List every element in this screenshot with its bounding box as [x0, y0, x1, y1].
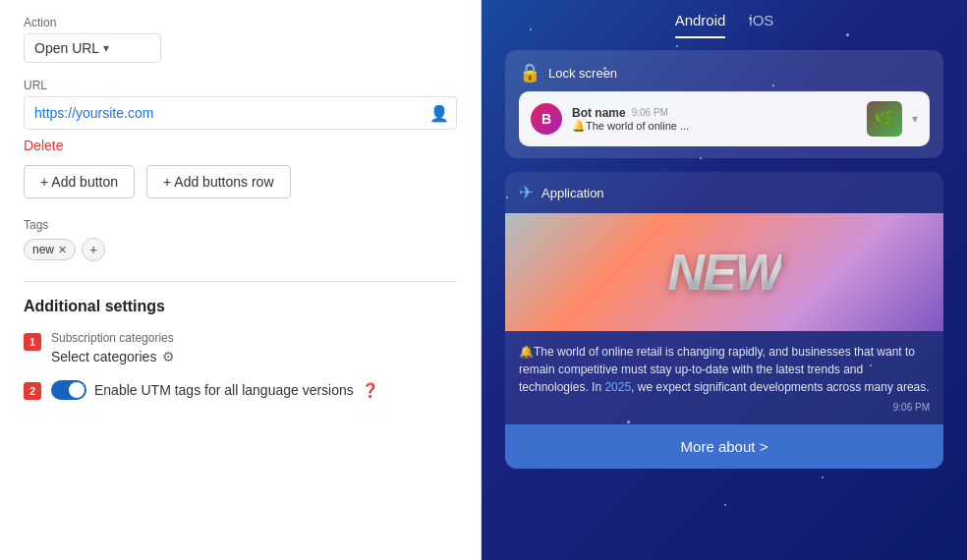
utm-toggle-row: Enable UTM tags for all language version…: [51, 380, 378, 400]
notification-card: B Bot name 9:06 PM 🔔The world of online …: [519, 91, 930, 146]
url-section: URL 👤: [24, 79, 457, 130]
delete-link[interactable]: Delete: [24, 138, 63, 153]
app-label: Application: [541, 186, 604, 200]
telegram-icon: ✈: [519, 182, 534, 203]
additional-settings-title: Additional settings: [24, 298, 457, 315]
subscription-setting: 1 Subscription categories Select categor…: [24, 331, 457, 364]
app-image: NEW: [505, 213, 943, 331]
notif-image: 🌿: [867, 101, 902, 137]
select-categories[interactable]: Select categories ⚙: [51, 349, 457, 364]
notif-content: Bot name 9:06 PM 🔔The world of online ..…: [572, 106, 857, 133]
utm-label: Enable UTM tags for all language version…: [94, 382, 354, 398]
notif-text: 🔔The world of online ...: [572, 120, 857, 133]
tags-section: Tags new ✕ +: [24, 218, 457, 261]
add-tag-button[interactable]: +: [82, 238, 105, 261]
gear-icon[interactable]: ⚙: [162, 349, 175, 364]
action-section: Action Open URL ▾: [24, 16, 457, 63]
action-value: Open URL: [34, 40, 99, 56]
url-label: URL: [24, 79, 457, 92]
lock-icon: 🔒: [519, 62, 540, 84]
help-icon[interactable]: ❓: [362, 382, 378, 398]
right-panel: Android iOS 🔒 Lock screen B Bot name 9:0…: [482, 0, 967, 560]
toggle-slider: [51, 380, 86, 400]
tab-ios[interactable]: iOS: [749, 12, 773, 38]
divider: [24, 281, 457, 282]
new-text: NEW: [667, 243, 780, 302]
lock-header: 🔒 Lock screen: [519, 62, 930, 84]
notif-chevron-icon: ▾: [912, 112, 918, 126]
app-time: 9:06 PM: [519, 402, 930, 413]
app-body: 🔔The world of online retail is changing …: [505, 331, 943, 424]
subscription-label: Subscription categories: [51, 331, 457, 345]
subscription-content: Subscription categories Select categorie…: [51, 331, 457, 364]
badge-2: 2: [24, 382, 41, 400]
app-link: 2025: [604, 380, 631, 394]
notif-avatar: B: [531, 103, 562, 135]
chevron-down-icon: ▾: [103, 41, 109, 55]
notif-bot-name: Bot name: [572, 106, 626, 120]
url-input-wrap: 👤: [24, 96, 457, 130]
tabs-row: Android iOS: [482, 0, 967, 38]
tags-row: new ✕ +: [24, 238, 457, 261]
add-button[interactable]: + Add button: [24, 165, 135, 198]
lock-label: Lock screen: [548, 66, 617, 81]
select-categories-label: Select categories: [51, 349, 156, 364]
badge-1: 1: [24, 333, 41, 351]
notif-time: 9:06 PM: [632, 107, 668, 118]
tags-label: Tags: [24, 218, 457, 232]
utm-toggle[interactable]: [51, 380, 86, 400]
tag-chip-label: new: [32, 243, 54, 256]
person-icon[interactable]: 👤: [429, 104, 449, 123]
url-input[interactable]: [24, 96, 457, 130]
left-panel: Action Open URL ▾ URL 👤 Delete + Add but…: [0, 0, 482, 560]
phone-content: 🔒 Lock screen B Bot name 9:06 PM 🔔The wo…: [482, 38, 967, 560]
add-buttons-row-button[interactable]: + Add buttons row: [146, 165, 290, 198]
more-about-button[interactable]: More about >: [505, 424, 943, 469]
utm-setting: 2 Enable UTM tags for all language versi…: [24, 380, 457, 400]
action-label: Action: [24, 16, 457, 29]
tag-remove-icon[interactable]: ✕: [58, 244, 67, 256]
app-message: 🔔The world of online retail is changing …: [519, 343, 930, 396]
app-section: ✈ Application NEW 🔔The world of online r…: [505, 172, 943, 469]
action-dropdown[interactable]: Open URL ▾: [24, 33, 161, 63]
button-actions: + Add button + Add buttons row: [24, 165, 457, 198]
lock-section: 🔒 Lock screen B Bot name 9:06 PM 🔔The wo…: [505, 50, 943, 158]
tag-chip-new: new ✕: [24, 239, 76, 260]
tab-android[interactable]: Android: [675, 12, 726, 38]
app-header: ✈ Application: [505, 172, 943, 213]
